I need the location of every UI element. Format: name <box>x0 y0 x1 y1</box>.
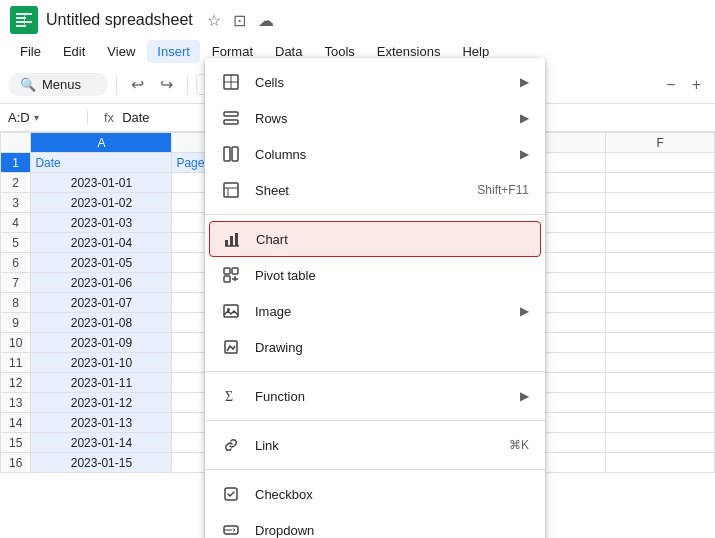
cell-a1[interactable]: Date <box>31 153 172 173</box>
row-header-8[interactable]: 8 <box>1 293 31 313</box>
divider-2 <box>205 371 545 372</box>
menu-item-rows[interactable]: Rows ▶ <box>205 100 545 136</box>
menu-item-pivot[interactable]: Pivot table <box>205 257 545 293</box>
row-header-3[interactable]: 3 <box>1 193 31 213</box>
row-header-2[interactable]: 2 <box>1 173 31 193</box>
row-header-15[interactable]: 15 <box>1 433 31 453</box>
cell-a14[interactable]: 2023-01-13 <box>31 413 172 433</box>
svg-text:Σ: Σ <box>225 389 233 404</box>
cell-a13[interactable]: 2023-01-12 <box>31 393 172 413</box>
link-icon <box>221 435 241 455</box>
pivot-label: Pivot table <box>255 268 529 283</box>
cell-a7[interactable]: 2023-01-06 <box>31 273 172 293</box>
insert-menu-dropdown: Cells ▶ Rows ▶ Columns ▶ Sheet Shift+F11 <box>205 58 545 538</box>
cell-F3[interactable] <box>606 193 715 213</box>
menu-item-cells[interactable]: Cells ▶ <box>205 64 545 100</box>
divider-4 <box>205 469 545 470</box>
cell-a10[interactable]: 2023-01-09 <box>31 333 172 353</box>
cell-F15[interactable] <box>606 433 715 453</box>
col-header-f[interactable]: F <box>606 133 715 153</box>
cell-F4[interactable] <box>606 213 715 233</box>
row-header-12[interactable]: 12 <box>1 373 31 393</box>
folder-icon[interactable]: ⊡ <box>231 9 248 32</box>
cell-F9[interactable] <box>606 313 715 333</box>
cell-a15[interactable]: 2023-01-14 <box>31 433 172 453</box>
search-label: Menus <box>42 77 81 92</box>
cell-F5[interactable] <box>606 233 715 253</box>
svg-rect-23 <box>224 305 238 317</box>
drawing-icon <box>221 337 241 357</box>
chart-label: Chart <box>256 232 528 247</box>
toolbar-divider-2 <box>187 75 188 95</box>
star-icon[interactable]: ☆ <box>205 9 223 32</box>
cloud-icon[interactable]: ☁ <box>256 9 276 32</box>
row-header-9[interactable]: 9 <box>1 313 31 333</box>
redo-button[interactable]: ↪ <box>154 71 179 98</box>
undo-button[interactable]: ↩ <box>125 71 150 98</box>
svg-rect-13 <box>224 183 238 197</box>
cell-F16[interactable] <box>606 453 715 473</box>
cell-F13[interactable] <box>606 393 715 413</box>
menu-item-link[interactable]: Link ⌘K <box>205 427 545 463</box>
checkbox-label: Checkbox <box>255 487 529 502</box>
menu-view[interactable]: View <box>97 40 145 63</box>
menu-item-dropdown[interactable]: Dropdown <box>205 512 545 538</box>
menu-item-image[interactable]: Image ▶ <box>205 293 545 329</box>
cell-F14[interactable] <box>606 413 715 433</box>
menu-item-drawing[interactable]: Drawing <box>205 329 545 365</box>
cell-a8[interactable]: 2023-01-07 <box>31 293 172 313</box>
svg-rect-17 <box>230 236 233 246</box>
row-header-13[interactable]: 13 <box>1 393 31 413</box>
columns-arrow: ▶ <box>520 147 529 161</box>
menu-item-function[interactable]: Σ Function ▶ <box>205 378 545 414</box>
cell-F10[interactable] <box>606 333 715 353</box>
row-header-7[interactable]: 7 <box>1 273 31 293</box>
menu-item-checkbox[interactable]: Checkbox <box>205 476 545 512</box>
cells-icon <box>221 72 241 92</box>
divider-3 <box>205 420 545 421</box>
cell-a12[interactable]: 2023-01-11 <box>31 373 172 393</box>
row-header-16[interactable]: 16 <box>1 453 31 473</box>
cell-F8[interactable] <box>606 293 715 313</box>
cell-a5[interactable]: 2023-01-04 <box>31 233 172 253</box>
search-icon: 🔍 <box>20 77 36 92</box>
cell-a6[interactable]: 2023-01-05 <box>31 253 172 273</box>
toolbar-divider-1 <box>116 75 117 95</box>
corner-header <box>1 133 31 153</box>
menu-insert[interactable]: Insert <box>147 40 200 63</box>
cell-F12[interactable] <box>606 373 715 393</box>
search-button[interactable]: 🔍 Menus <box>8 73 108 96</box>
menu-file[interactable]: File <box>10 40 51 63</box>
link-label: Link <box>255 438 495 453</box>
formula-value: Date <box>122 110 149 125</box>
row-header-10[interactable]: 10 <box>1 333 31 353</box>
row-header-14[interactable]: 14 <box>1 413 31 433</box>
menu-item-chart[interactable]: Chart <box>209 221 541 257</box>
menu-item-columns[interactable]: Columns ▶ <box>205 136 545 172</box>
cell-a9[interactable]: 2023-01-08 <box>31 313 172 333</box>
row-header-4[interactable]: 4 <box>1 213 31 233</box>
col-header-a[interactable]: A <box>31 133 172 153</box>
cell-a16[interactable]: 2023-01-15 <box>31 453 172 473</box>
menu-item-sheet[interactable]: Sheet Shift+F11 <box>205 172 545 208</box>
menu-edit[interactable]: Edit <box>53 40 95 63</box>
row-header-1[interactable]: 1 <box>1 153 31 173</box>
row-header-6[interactable]: 6 <box>1 253 31 273</box>
cell-reference[interactable]: A:D ▾ <box>8 110 88 125</box>
row-header-11[interactable]: 11 <box>1 353 31 373</box>
cell-F7[interactable] <box>606 273 715 293</box>
zoom-plus-button[interactable]: + <box>686 72 707 98</box>
cell-F11[interactable] <box>606 353 715 373</box>
cell-a3[interactable]: 2023-01-02 <box>31 193 172 213</box>
cell-F6[interactable] <box>606 253 715 273</box>
cell-F2[interactable] <box>606 173 715 193</box>
cell-a2[interactable]: 2023-01-01 <box>31 173 172 193</box>
svg-rect-5 <box>24 13 25 27</box>
image-arrow: ▶ <box>520 304 529 318</box>
row-header-5[interactable]: 5 <box>1 233 31 253</box>
cell-a4[interactable]: 2023-01-03 <box>31 213 172 233</box>
divider-1 <box>205 214 545 215</box>
cell-a11[interactable]: 2023-01-10 <box>31 353 172 373</box>
zoom-minus-button[interactable]: − <box>660 72 681 98</box>
cell-F1[interactable] <box>606 153 715 173</box>
